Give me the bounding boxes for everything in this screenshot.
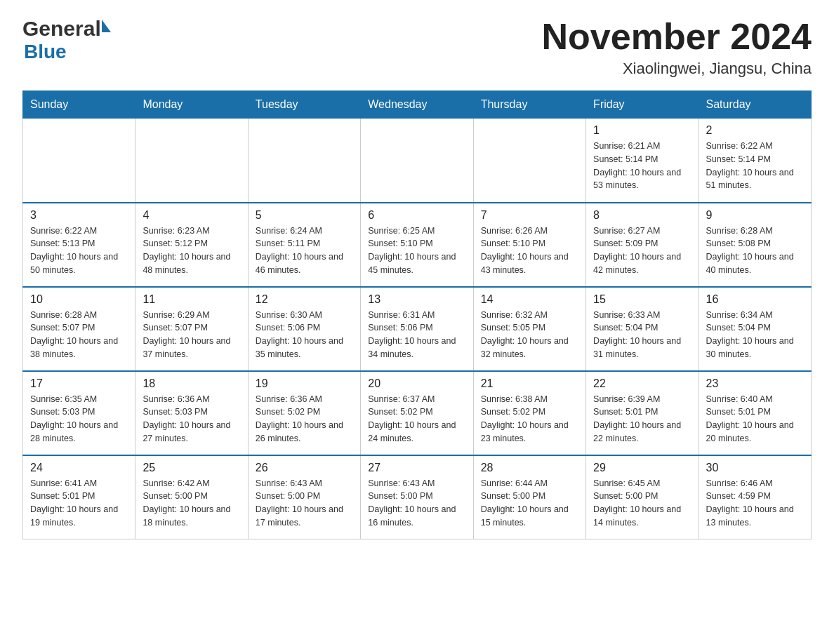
weekday-header-wednesday: Wednesday	[361, 91, 473, 119]
calendar-cell: 7Sunrise: 6:26 AM Sunset: 5:10 PM Daylig…	[473, 203, 585, 287]
calendar-cell: 21Sunrise: 6:38 AM Sunset: 5:02 PM Dayli…	[473, 371, 585, 455]
logo: General Blue	[22, 17, 111, 63]
calendar-cell: 28Sunrise: 6:44 AM Sunset: 5:00 PM Dayli…	[473, 455, 585, 539]
day-number: 11	[143, 293, 240, 306]
calendar-cell: 22Sunrise: 6:39 AM Sunset: 5:01 PM Dayli…	[586, 371, 699, 455]
day-info: Sunrise: 6:41 AM Sunset: 5:01 PM Dayligh…	[30, 477, 128, 530]
calendar-cell: 10Sunrise: 6:28 AM Sunset: 5:07 PM Dayli…	[23, 287, 135, 371]
calendar-cell	[473, 119, 585, 203]
calendar-cell: 9Sunrise: 6:28 AM Sunset: 5:08 PM Daylig…	[699, 203, 811, 287]
calendar-cell: 12Sunrise: 6:30 AM Sunset: 5:06 PM Dayli…	[248, 287, 360, 371]
day-number: 9	[706, 209, 804, 222]
day-number: 3	[30, 209, 128, 222]
calendar-cell: 8Sunrise: 6:27 AM Sunset: 5:09 PM Daylig…	[586, 203, 699, 287]
calendar-week-row: 17Sunrise: 6:35 AM Sunset: 5:03 PM Dayli…	[23, 371, 812, 455]
day-info: Sunrise: 6:25 AM Sunset: 5:10 PM Dayligh…	[368, 224, 465, 277]
day-number: 24	[30, 462, 128, 474]
weekday-header-friday: Friday	[586, 91, 699, 119]
calendar-cell: 20Sunrise: 6:37 AM Sunset: 5:02 PM Dayli…	[361, 371, 473, 455]
calendar-cell: 29Sunrise: 6:45 AM Sunset: 5:00 PM Dayli…	[586, 455, 699, 539]
month-title: November 2024	[542, 17, 812, 57]
calendar-cell: 16Sunrise: 6:34 AM Sunset: 5:04 PM Dayli…	[699, 287, 811, 371]
calendar-cell: 25Sunrise: 6:42 AM Sunset: 5:00 PM Dayli…	[135, 455, 248, 539]
day-info: Sunrise: 6:40 AM Sunset: 5:01 PM Dayligh…	[706, 393, 804, 445]
day-info: Sunrise: 6:22 AM Sunset: 5:13 PM Dayligh…	[30, 224, 128, 277]
calendar-cell: 5Sunrise: 6:24 AM Sunset: 5:11 PM Daylig…	[248, 203, 360, 287]
calendar-cell: 30Sunrise: 6:46 AM Sunset: 4:59 PM Dayli…	[699, 455, 811, 539]
calendar-week-row: 3Sunrise: 6:22 AM Sunset: 5:13 PM Daylig…	[23, 203, 812, 287]
day-info: Sunrise: 6:33 AM Sunset: 5:04 PM Dayligh…	[593, 309, 691, 361]
day-number: 2	[706, 124, 804, 137]
day-number: 26	[256, 462, 353, 474]
title-section: November 2024 Xiaolingwei, Jiangsu, Chin…	[542, 17, 812, 78]
day-info: Sunrise: 6:35 AM Sunset: 5:03 PM Dayligh…	[30, 393, 128, 445]
calendar-cell	[23, 119, 135, 203]
day-number: 16	[706, 293, 804, 306]
day-info: Sunrise: 6:21 AM Sunset: 5:14 PM Dayligh…	[593, 140, 691, 192]
day-info: Sunrise: 6:28 AM Sunset: 5:08 PM Dayligh…	[706, 224, 804, 277]
day-number: 14	[481, 293, 578, 306]
calendar-week-row: 10Sunrise: 6:28 AM Sunset: 5:07 PM Dayli…	[23, 287, 812, 371]
calendar-cell: 15Sunrise: 6:33 AM Sunset: 5:04 PM Dayli…	[586, 287, 699, 371]
calendar-cell: 24Sunrise: 6:41 AM Sunset: 5:01 PM Dayli…	[23, 455, 135, 539]
calendar-cell: 11Sunrise: 6:29 AM Sunset: 5:07 PM Dayli…	[135, 287, 248, 371]
day-number: 1	[593, 124, 691, 137]
calendar-cell: 3Sunrise: 6:22 AM Sunset: 5:13 PM Daylig…	[23, 203, 135, 287]
day-info: Sunrise: 6:46 AM Sunset: 4:59 PM Dayligh…	[706, 477, 804, 530]
day-info: Sunrise: 6:43 AM Sunset: 5:00 PM Dayligh…	[368, 477, 465, 530]
calendar-cell: 18Sunrise: 6:36 AM Sunset: 5:03 PM Dayli…	[135, 371, 248, 455]
day-number: 19	[256, 377, 353, 390]
weekday-header-saturday: Saturday	[699, 91, 811, 119]
day-number: 4	[143, 209, 240, 222]
calendar-cell: 14Sunrise: 6:32 AM Sunset: 5:05 PM Dayli…	[473, 287, 585, 371]
day-info: Sunrise: 6:26 AM Sunset: 5:10 PM Dayligh…	[481, 224, 578, 277]
day-info: Sunrise: 6:34 AM Sunset: 5:04 PM Dayligh…	[706, 309, 804, 361]
day-info: Sunrise: 6:36 AM Sunset: 5:03 PM Dayligh…	[143, 393, 240, 445]
day-info: Sunrise: 6:42 AM Sunset: 5:00 PM Dayligh…	[143, 477, 240, 530]
day-number: 17	[30, 377, 128, 390]
day-number: 20	[368, 377, 465, 390]
calendar-cell: 1Sunrise: 6:21 AM Sunset: 5:14 PM Daylig…	[586, 119, 699, 203]
calendar-week-row: 1Sunrise: 6:21 AM Sunset: 5:14 PM Daylig…	[23, 119, 812, 203]
day-number: 25	[143, 462, 240, 474]
day-number: 18	[143, 377, 240, 390]
day-info: Sunrise: 6:24 AM Sunset: 5:11 PM Dayligh…	[256, 224, 353, 277]
day-number: 12	[256, 293, 353, 306]
calendar-cell: 23Sunrise: 6:40 AM Sunset: 5:01 PM Dayli…	[699, 371, 811, 455]
weekday-header-thursday: Thursday	[473, 91, 585, 119]
day-number: 6	[368, 209, 465, 222]
day-info: Sunrise: 6:28 AM Sunset: 5:07 PM Dayligh…	[30, 309, 128, 361]
day-info: Sunrise: 6:22 AM Sunset: 5:14 PM Dayligh…	[706, 140, 804, 192]
logo-general-text: General	[22, 17, 101, 41]
day-info: Sunrise: 6:37 AM Sunset: 5:02 PM Dayligh…	[368, 393, 465, 445]
day-number: 8	[593, 209, 691, 222]
calendar-cell: 4Sunrise: 6:23 AM Sunset: 5:12 PM Daylig…	[135, 203, 248, 287]
calendar-cell	[135, 119, 248, 203]
calendar-cell	[248, 119, 360, 203]
calendar-cell: 19Sunrise: 6:36 AM Sunset: 5:02 PM Dayli…	[248, 371, 360, 455]
day-number: 27	[368, 462, 465, 474]
calendar-cell: 13Sunrise: 6:31 AM Sunset: 5:06 PM Dayli…	[361, 287, 473, 371]
day-info: Sunrise: 6:23 AM Sunset: 5:12 PM Dayligh…	[143, 224, 240, 277]
calendar-cell	[361, 119, 473, 203]
day-info: Sunrise: 6:36 AM Sunset: 5:02 PM Dayligh…	[256, 393, 353, 445]
day-number: 23	[706, 377, 804, 390]
day-info: Sunrise: 6:29 AM Sunset: 5:07 PM Dayligh…	[143, 309, 240, 361]
day-info: Sunrise: 6:39 AM Sunset: 5:01 PM Dayligh…	[593, 393, 691, 445]
day-number: 22	[593, 377, 691, 390]
day-info: Sunrise: 6:44 AM Sunset: 5:00 PM Dayligh…	[481, 477, 578, 530]
day-info: Sunrise: 6:43 AM Sunset: 5:00 PM Dayligh…	[256, 477, 353, 530]
day-info: Sunrise: 6:38 AM Sunset: 5:02 PM Dayligh…	[481, 393, 578, 445]
calendar-cell: 6Sunrise: 6:25 AM Sunset: 5:10 PM Daylig…	[361, 203, 473, 287]
day-number: 30	[706, 462, 804, 474]
day-info: Sunrise: 6:27 AM Sunset: 5:09 PM Dayligh…	[593, 224, 691, 277]
day-info: Sunrise: 6:31 AM Sunset: 5:06 PM Dayligh…	[368, 309, 465, 361]
day-number: 15	[593, 293, 691, 306]
day-number: 21	[481, 377, 578, 390]
day-number: 5	[256, 209, 353, 222]
calendar-cell: 17Sunrise: 6:35 AM Sunset: 5:03 PM Dayli…	[23, 371, 135, 455]
calendar-cell: 2Sunrise: 6:22 AM Sunset: 5:14 PM Daylig…	[699, 119, 811, 203]
location-subtitle: Xiaolingwei, Jiangsu, China	[542, 60, 812, 78]
logo-arrow-icon	[102, 20, 111, 32]
day-info: Sunrise: 6:32 AM Sunset: 5:05 PM Dayligh…	[481, 309, 578, 361]
